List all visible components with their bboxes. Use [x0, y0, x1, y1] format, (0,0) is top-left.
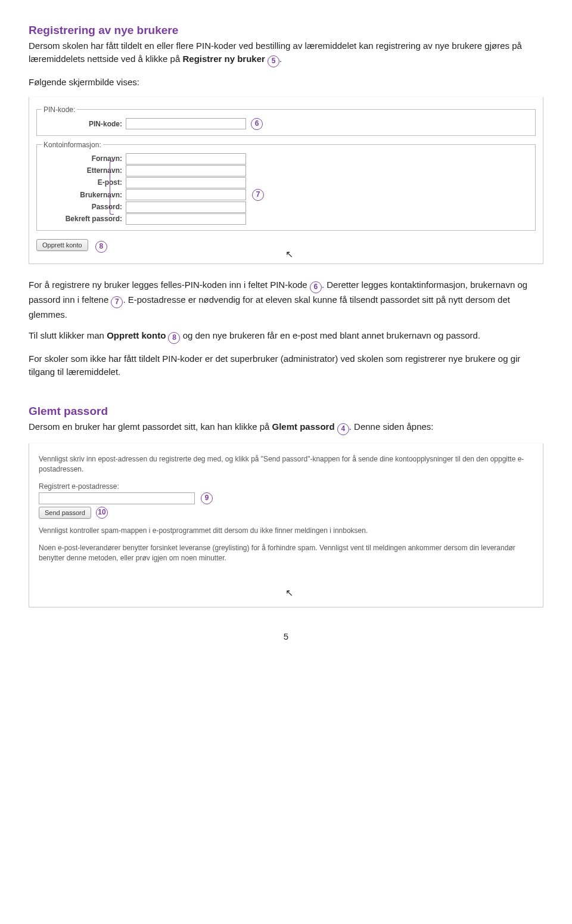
bold-registrer-ny-bruker: Registrer ny bruker: [182, 54, 265, 64]
ref-6-icon: 6: [251, 118, 263, 130]
cursor-icon: ↖: [285, 587, 293, 599]
heading-glemt-passord: Glemt passord: [29, 405, 543, 418]
input-registered-email[interactable]: [39, 492, 195, 504]
explain-p3: For skoler som ikke har fått tildelt PIN…: [29, 352, 543, 379]
fieldset-pin: PIN-kode: PIN-kode: 6: [36, 106, 536, 136]
email-label: Registrert e-postadresse:: [39, 482, 533, 491]
input-bekreft[interactable]: [126, 213, 246, 225]
text: Dersom en bruker har glemt passordet sit…: [29, 421, 272, 432]
text: .: [279, 54, 282, 64]
text: . Denne siden åpnes:: [349, 421, 434, 432]
page-number: 5: [29, 631, 543, 641]
fieldset-kontoinfo: Kontoinformasjon: Fornavn: Etternavn: E-…: [36, 141, 536, 231]
ref-4-icon: 4: [337, 423, 349, 435]
label-bekreft: Bekreft passord:: [42, 215, 126, 223]
panel2-p3: Noen e-post-leverandører benytter forsin…: [39, 543, 533, 564]
text: Til slutt klikker man: [29, 330, 107, 340]
explain-p2: Til slutt klikker man Opprett konto 8 og…: [29, 329, 543, 344]
send-passord-button[interactable]: Send passord: [39, 507, 91, 519]
ref-7-icon: 7: [252, 189, 264, 201]
panel2-p1: Vennligst skriv inn epost-adressen du re…: [39, 454, 533, 475]
ref-8-icon: 8: [95, 241, 107, 253]
input-brukernavn[interactable]: [126, 189, 246, 200]
panel2-p2: Vennligst kontroller spam-mappen i e-pos…: [39, 526, 533, 536]
explain-p1: For å registrere ny bruker legges felles…: [29, 278, 543, 321]
legend-kontoinfo: Kontoinformasjon:: [42, 141, 103, 149]
cursor-icon: ↖: [285, 249, 293, 260]
label-pin-kode: PIN-kode:: [42, 120, 126, 128]
ref-5-icon: 5: [268, 55, 279, 67]
following-text: Følgende skjermbilde vises:: [29, 76, 543, 89]
bold-glemt-passord: Glemt passord: [272, 421, 335, 432]
text: og den nye brukeren får en e-post med bl…: [180, 330, 480, 340]
input-passord[interactable]: [126, 201, 246, 213]
screenshot-forgot-password: Vennligst skriv inn epost-adressen du re…: [29, 444, 543, 607]
bracket-icon: [110, 161, 114, 215]
input-fornavn[interactable]: [126, 153, 246, 165]
input-pin-kode[interactable]: [126, 118, 246, 129]
heading-registrering: Registrering av nye brukere: [29, 24, 543, 37]
ref-8-icon: 8: [168, 332, 180, 344]
ref-6-icon: 6: [310, 281, 322, 293]
input-epost[interactable]: [126, 177, 246, 188]
legend-pin: PIN-kode:: [42, 106, 77, 114]
bold-opprett-konto: Opprett konto: [107, 330, 166, 340]
opprett-konto-button[interactable]: Opprett konto: [36, 239, 88, 251]
ref-10-icon: 10: [96, 507, 108, 519]
text: For å registrere ny bruker legges felles…: [29, 280, 310, 290]
screenshot-registration-form: PIN-kode: PIN-kode: 6 Kontoinformasjon: …: [29, 97, 543, 264]
glemt-intro: Dersom en bruker har glemt passordet sit…: [29, 420, 543, 435]
intro-paragraph: Dersom skolen har fått tildelt en eller …: [29, 39, 543, 67]
ref-7-icon: 7: [111, 296, 123, 308]
ref-9-icon: 9: [201, 492, 213, 504]
input-etternavn[interactable]: [126, 165, 246, 176]
